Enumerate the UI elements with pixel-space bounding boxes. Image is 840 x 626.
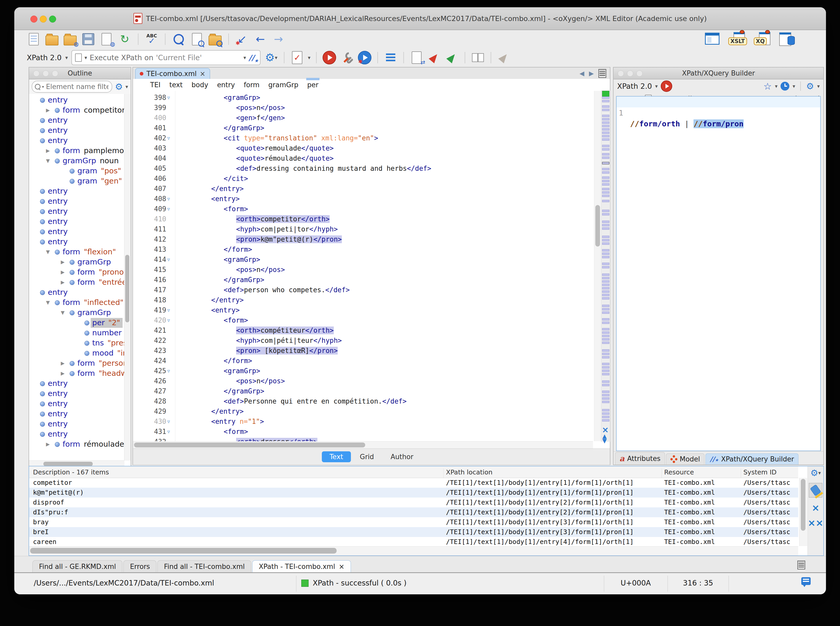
match-marker[interactable] — [602, 191, 609, 194]
pin-red-button[interactable] — [427, 51, 441, 65]
bottom-tab-2[interactable]: Errors — [123, 560, 156, 573]
match-marker[interactable] — [602, 200, 609, 202]
match-marker[interactable] — [602, 224, 609, 226]
match-marker[interactable] — [602, 236, 609, 238]
collapsed-arrow-icon[interactable]: ▶ — [61, 259, 65, 265]
code-line-412[interactable]: 412<pron>k@m"petit@(r)</pron> — [133, 234, 593, 244]
builder-settings-button[interactable]: ⚙ — [806, 82, 814, 91]
expanded-arrow-icon[interactable]: ▼ — [46, 299, 50, 305]
next-marker-icon[interactable]: ▼ — [602, 438, 607, 444]
match-marker[interactable] — [602, 297, 609, 299]
collapsed-arrow-icon[interactable]: ▶ — [61, 360, 65, 366]
apply-transformation-button[interactable] — [322, 51, 336, 65]
match-marker[interactable] — [602, 338, 609, 341]
match-marker[interactable] — [602, 131, 609, 134]
code-line-400[interactable]: 400<gen>f</gen> — [133, 113, 593, 123]
match-marker[interactable] — [602, 290, 609, 293]
match-marker[interactable] — [602, 227, 609, 230]
tab-attributes[interactable]: aAttributes — [615, 452, 665, 465]
outline-item-form[interactable]: ▼form"flexion" — [29, 247, 124, 257]
result-row[interactable]: breI/TEI[1]/text[1]/body[1]/entry[3]/for… — [29, 527, 798, 537]
query-line[interactable]: 1 //form/orth | //form/pron — [617, 97, 820, 108]
column-resource[interactable]: Resource — [664, 468, 694, 476]
builder-version-select[interactable]: XPath 2.0 — [617, 82, 652, 91]
fold-toggle-icon[interactable]: ▽ — [167, 204, 170, 214]
outline-item-gram[interactable]: gram"gen"mas — [29, 176, 124, 186]
match-marker[interactable] — [602, 328, 609, 330]
match-marker[interactable] — [602, 335, 609, 337]
open-url-button[interactable]: ◍ — [63, 32, 77, 46]
match-marker[interactable] — [602, 318, 609, 321]
breadcrumb-item-TEI[interactable]: TEI — [150, 81, 160, 89]
code-line-428[interactable]: 428<def>Personne qui entre en compétitio… — [133, 396, 593, 407]
outline-item-form[interactable]: ▶form"personal — [29, 358, 124, 368]
match-marker[interactable] — [602, 305, 609, 307]
outline-item-form[interactable]: ▶formcompetitor — [29, 105, 124, 115]
reload-button[interactable]: ↻ — [118, 32, 132, 46]
mode-grid-button[interactable]: Grid — [352, 451, 382, 462]
forward-button[interactable]: → — [272, 32, 286, 46]
outline-item-entry[interactable]: entry — [29, 237, 124, 247]
code-line-415[interactable]: 415<pos>n</pos> — [133, 265, 593, 275]
xpath-query-editor[interactable]: 1 //form/orth | //form/pron — [616, 96, 821, 451]
match-marker[interactable] — [602, 308, 609, 310]
marker-stripe[interactable]: × ▲ ▼ — [601, 90, 610, 442]
match-marker[interactable] — [602, 252, 609, 255]
match-marker[interactable] — [602, 188, 609, 190]
match-marker[interactable] — [602, 266, 609, 268]
code-line-406[interactable]: 406</cit> — [133, 174, 593, 184]
xpath-version-select[interactable]: XPath 2.0 — [27, 53, 61, 62]
prev-editor-icon[interactable]: ◀ — [579, 70, 584, 77]
scrollbar-thumb[interactable] — [43, 462, 93, 466]
match-marker[interactable] — [602, 100, 609, 102]
bottom-tab-3[interactable]: Find all - TEI-combo.xml — [157, 560, 251, 573]
mode-author-button[interactable]: Author — [383, 451, 421, 462]
column-system-id[interactable]: System ID — [743, 468, 777, 476]
database-perspective-icon[interactable] — [779, 33, 795, 45]
code-line-416[interactable]: 416</gramGrp> — [133, 275, 593, 285]
match-marker[interactable] — [602, 341, 609, 344]
editor-vscrollbar[interactable] — [594, 91, 601, 441]
match-marker[interactable] — [602, 256, 609, 258]
match-marker[interactable] — [602, 153, 609, 155]
match-marker[interactable] — [602, 263, 609, 265]
xpath-settings-button[interactable]: ⚙▾ — [264, 51, 278, 65]
match-marker[interactable] — [602, 287, 609, 290]
configure-transformation-button[interactable] — [340, 51, 354, 65]
match-marker[interactable] — [602, 180, 609, 182]
pin-green-button[interactable] — [445, 51, 459, 65]
outline-item-entry[interactable]: entry — [29, 227, 124, 237]
match-marker[interactable] — [602, 171, 609, 174]
outline-item-gramGrp[interactable]: ▼gramGrp — [29, 308, 124, 318]
results-header[interactable]: Description - 167 items XPath location R… — [29, 466, 798, 478]
match-marker[interactable] — [602, 97, 609, 99]
match-marker[interactable] — [602, 332, 609, 334]
match-marker[interactable] — [602, 122, 609, 124]
code-line-417[interactable]: 417<def>person who competes.</def> — [133, 285, 593, 295]
editor-tab[interactable]: TEI-combo.xml × — [135, 68, 210, 79]
collapsed-arrow-icon[interactable]: ▶ — [61, 269, 65, 275]
outline-item-entry[interactable]: entry — [29, 409, 124, 419]
code-line-429[interactable]: 429</entry> — [133, 407, 593, 416]
outline-settings-button[interactable]: ⚙ — [115, 82, 122, 91]
breadcrumb-item-text[interactable]: text — [170, 81, 182, 89]
back-button[interactable]: ← — [253, 32, 267, 46]
outline-item-gramGrp[interactable]: ▼gramGrpnoun — [29, 156, 124, 166]
chevron-down-icon[interactable]: ▾ — [308, 55, 310, 61]
match-marker[interactable] — [602, 221, 609, 223]
outline-item-entry[interactable]: entry — [29, 399, 124, 409]
match-marker[interactable] — [602, 105, 609, 108]
find-replace-button[interactable] — [190, 32, 204, 46]
xslt-debugger-icon[interactable]: XSLT — [728, 32, 745, 45]
breadcrumb-item-form[interactable]: form — [243, 81, 259, 89]
tab-model[interactable]: Model — [666, 454, 704, 465]
code-line-421[interactable]: 421<orth>compétiteur</orth> — [133, 326, 593, 336]
format-indent-button[interactable] — [384, 51, 398, 65]
outline-item-entry[interactable]: entry — [29, 419, 124, 429]
outline-item-entry[interactable]: entry — [29, 429, 124, 439]
fold-toggle-icon[interactable]: ▽ — [167, 416, 170, 427]
match-marker[interactable] — [602, 401, 609, 403]
fold-toggle-icon[interactable]: ▽ — [167, 315, 170, 326]
review-mode-button[interactable] — [471, 51, 485, 65]
outline-item-entry[interactable]: entry — [29, 216, 124, 227]
